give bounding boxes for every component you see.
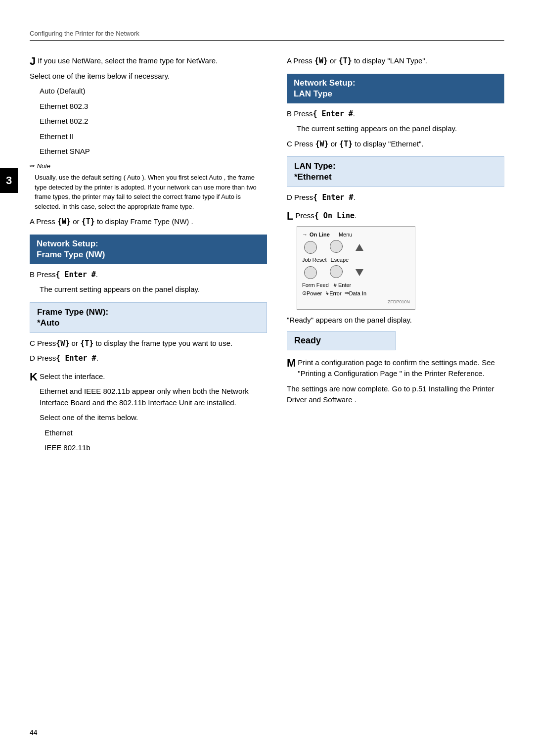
intro-paragraph: J If you use NetWare, select the frame t… xyxy=(30,55,267,67)
network-setup-lan-box: Network Setup: LAN Type xyxy=(287,74,504,103)
letter-j: J xyxy=(30,55,36,67)
left-column: J If you use NetWare, select the frame t… xyxy=(30,55,267,458)
panel-code: ZFDP010N xyxy=(302,299,410,304)
step-a-right: A Press {W} or {T} to display "LAN Type"… xyxy=(287,55,504,67)
step-b-sub-left: The current setting appears on the panel… xyxy=(40,284,267,295)
step-m-text2: The settings are now complete. Go to p.5… xyxy=(287,383,504,406)
network-setup-frame-box: Network Setup: Frame Type (NW) xyxy=(30,235,267,264)
step-b-right: B Press{ Enter #. xyxy=(287,108,504,120)
intro-text2: Select one of the items below if necessa… xyxy=(30,71,267,82)
step-d-right: D Press{ Enter #. xyxy=(287,192,504,203)
header-text: Configuring the Printer for the Network xyxy=(30,30,139,37)
right-column: A Press {W} or {T} to display "LAN Type"… xyxy=(287,55,504,458)
step-c-right: C Press {W} or {T} to display "Ethernet"… xyxy=(287,139,504,150)
note-text: Usually, use the default setting ( Auto … xyxy=(35,173,267,211)
step-k-sub2: Select one of the items below. xyxy=(40,412,267,424)
list-item: IEEE 802.11b xyxy=(44,442,267,454)
list-item: Ethernet 802.2 xyxy=(40,116,267,127)
ready-box: Ready xyxy=(287,331,396,350)
step-a-left: A Press {W} or {T} to display Frame Type… xyxy=(30,216,267,228)
list-item: Auto (Default) xyxy=(40,86,267,97)
page-header: Configuring the Printer for the Network xyxy=(30,30,504,41)
step-k: K Select the interface. xyxy=(30,371,267,382)
interface-items: Ethernet IEEE 802.11b xyxy=(44,427,267,454)
step-b-sub-right: The current setting appears on the panel… xyxy=(297,123,504,135)
list-item: Ethernet SNAP xyxy=(40,146,267,157)
list-item: Ethernet II xyxy=(40,131,267,142)
step-d-left: D Press{ Enter #. xyxy=(30,353,267,364)
step-b-left: B Press{ Enter #. xyxy=(30,269,267,281)
frame-type-auto-box: Frame Type (NW): *Auto xyxy=(30,302,267,333)
note-label: ✏ Note xyxy=(30,161,267,171)
step-l: L Press{ On Line. xyxy=(287,210,504,222)
list-item: Ethernet xyxy=(44,427,267,439)
page-footer: 44 xyxy=(30,728,504,736)
lan-type-ethernet-box: LAN Type: *Ethernet xyxy=(287,156,504,187)
chapter-number: 3 xyxy=(0,168,18,193)
step-k-sub: Ethernet and IEEE 802.11b appear only wh… xyxy=(40,386,267,408)
item-list: Auto (Default) Ethernet 802.3 Ethernet 8… xyxy=(40,86,267,157)
page-number: 44 xyxy=(30,728,38,736)
step-m: M Print a configuration page to confirm … xyxy=(287,357,504,379)
ready-caption: "Ready" appears on the panel display. xyxy=(287,315,504,326)
step-c-left: C Press{W} or {T} to display the frame t… xyxy=(30,338,267,349)
list-item: Ethernet 802.3 xyxy=(40,101,267,112)
panel-diagram: → On Line Menu xyxy=(297,226,415,310)
